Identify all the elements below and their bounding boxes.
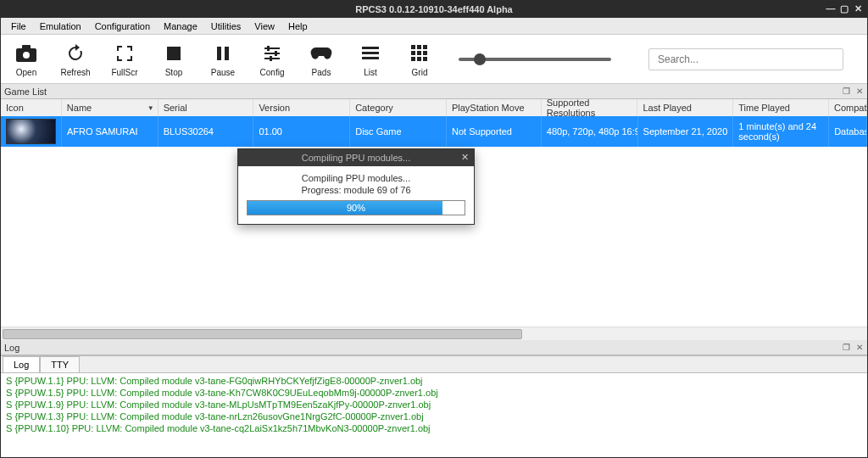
game-thumbnail <box>6 119 56 144</box>
toolbar: Open Refresh FullScr Stop Pause Config P… <box>1 35 867 84</box>
menu-utilities[interactable]: Utilities <box>204 20 248 33</box>
slider-knob[interactable] <box>474 53 486 65</box>
horizontal-scrollbar[interactable] <box>1 327 867 340</box>
svg-rect-22 <box>417 57 421 61</box>
log-line: S {PPUW.1.3} PPU: LLVM: Compiled module … <box>6 411 862 422</box>
cell-category: Disc Game <box>350 116 447 147</box>
close-button[interactable]: ✕ <box>852 3 864 14</box>
log-body[interactable]: S {PPUW.1.1} PPU: LLVM: Compiled module … <box>1 373 867 457</box>
list-button[interactable]: List <box>352 41 389 77</box>
tab-tty[interactable]: TTY <box>40 356 80 372</box>
dialog-title-bar: Compiling PPU modules... ✕ <box>238 149 474 166</box>
detach-icon[interactable]: ❐ <box>840 341 852 353</box>
dialog-progress-text: Progress: module 69 of 76 <box>247 185 465 195</box>
config-button[interactable]: Config <box>253 41 291 77</box>
gamepad-icon <box>306 41 337 66</box>
cell-compat: Database <box>829 116 867 147</box>
svg-rect-17 <box>423 45 427 49</box>
close-icon[interactable]: ✕ <box>854 341 865 353</box>
log-line: S {PPUW.1.1} PPU: LLVM: Compiled module … <box>6 375 862 387</box>
menu-configuration[interactable]: Configuration <box>88 20 157 33</box>
svg-rect-11 <box>270 56 272 61</box>
cell-last: September 21, 2020 <box>638 116 734 147</box>
svg-point-2 <box>23 52 30 59</box>
tab-log[interactable]: Log <box>3 356 40 372</box>
column-headers: Icon Name▼ Serial Version Category PlayS… <box>1 99 867 116</box>
svg-rect-7 <box>264 53 280 54</box>
cell-name: AFRO SAMURAI <box>62 116 159 147</box>
pause-button[interactable]: Pause <box>204 41 242 77</box>
cell-icon <box>1 116 62 147</box>
window-title: RPCS3 0.0.12-10910-34eff440 Alpha <box>355 4 512 14</box>
svg-rect-16 <box>417 45 421 49</box>
col-version[interactable]: Version <box>253 99 350 116</box>
sliders-icon <box>257 41 287 66</box>
gamelist-header: Game List ❐ ✕ <box>1 84 867 99</box>
menu-help[interactable]: Help <box>281 20 314 33</box>
progress-percent: 90% <box>248 201 465 215</box>
log-tabs: Log TTY <box>1 356 867 373</box>
col-time-played[interactable]: Time Played <box>733 99 829 116</box>
scrollbar-thumb[interactable] <box>3 329 522 339</box>
col-category[interactable]: Category <box>350 99 447 116</box>
menu-bar: File Emulation Configuration Manage Util… <box>1 18 867 35</box>
detach-icon[interactable]: ❐ <box>840 85 852 97</box>
fullscreen-button[interactable]: FullScr <box>106 41 143 77</box>
cell-psmove: Not Supported <box>447 116 542 147</box>
svg-rect-18 <box>411 51 415 55</box>
pause-icon <box>208 41 238 66</box>
cell-res: 480p, 720p, 480p 16:9 <box>542 116 638 147</box>
log-line: S {PPUW.1.5} PPU: LLVM: Compiled module … <box>6 387 862 399</box>
stop-icon <box>159 41 189 66</box>
svg-rect-9 <box>267 46 270 51</box>
open-button[interactable]: Open <box>8 41 45 77</box>
col-icon[interactable]: Icon <box>1 99 62 116</box>
sort-indicator-icon: ▼ <box>147 104 154 112</box>
list-icon <box>355 41 386 66</box>
cell-serial: BLUS30264 <box>159 116 254 147</box>
svg-rect-5 <box>225 47 229 60</box>
menu-manage[interactable]: Manage <box>157 20 204 33</box>
svg-rect-21 <box>411 57 415 61</box>
col-serial[interactable]: Serial <box>159 99 254 116</box>
svg-rect-19 <box>417 51 421 55</box>
maximize-button[interactable]: ▢ <box>838 3 850 14</box>
svg-rect-10 <box>275 51 277 56</box>
col-compat[interactable]: Compat <box>829 99 867 116</box>
svg-rect-13 <box>362 52 379 54</box>
log-header: Log ❐ ✕ <box>1 340 867 355</box>
menu-emulation[interactable]: Emulation <box>33 20 88 33</box>
search-container <box>648 48 843 70</box>
svg-rect-20 <box>423 51 427 55</box>
compile-dialog: Compiling PPU modules... ✕ Compiling PPU… <box>237 148 475 225</box>
refresh-button[interactable]: Refresh <box>57 41 94 77</box>
refresh-icon <box>60 41 91 66</box>
cell-version: 01.00 <box>253 116 350 147</box>
minimize-button[interactable]: — <box>825 3 837 14</box>
icon-size-slider[interactable] <box>459 58 611 61</box>
svg-rect-23 <box>423 57 427 61</box>
cell-time: 1 minute(s) and 24 second(s) <box>733 116 829 147</box>
col-last-played[interactable]: Last Played <box>637 99 733 116</box>
log-panel: Log TTY S {PPUW.1.1} PPU: LLVM: Compiled… <box>1 355 867 457</box>
progress-bar: 90% <box>247 200 465 215</box>
log-line: S {PPUW.1.10} PPU: LLVM: Compiled module… <box>6 422 862 434</box>
col-resolutions[interactable]: Supported Resolutions <box>542 99 638 116</box>
dialog-message: Compiling PPU modules... <box>247 173 465 183</box>
col-psmove[interactable]: PlayStation Move <box>447 99 542 116</box>
grid-button[interactable]: Grid <box>401 41 438 77</box>
table-row[interactable]: AFRO SAMURAI BLUS30264 01.00 Disc Game N… <box>1 116 867 147</box>
camera-icon <box>11 41 42 66</box>
svg-rect-6 <box>264 47 280 49</box>
title-bar: RPCS3 0.0.12-10910-34eff440 Alpha — ▢ ✕ <box>1 1 867 18</box>
close-icon[interactable]: ✕ <box>854 85 865 97</box>
search-input[interactable] <box>648 48 843 70</box>
log-line: S {PPUW.1.9} PPU: LLVM: Compiled module … <box>6 399 862 411</box>
dialog-close-button[interactable]: ✕ <box>459 151 470 163</box>
menu-view[interactable]: View <box>248 20 281 33</box>
col-name[interactable]: Name▼ <box>62 99 159 116</box>
pads-button[interactable]: Pads <box>303 41 340 77</box>
menu-file[interactable]: File <box>4 20 33 33</box>
stop-button[interactable]: Stop <box>155 41 192 77</box>
svg-rect-12 <box>362 47 379 49</box>
